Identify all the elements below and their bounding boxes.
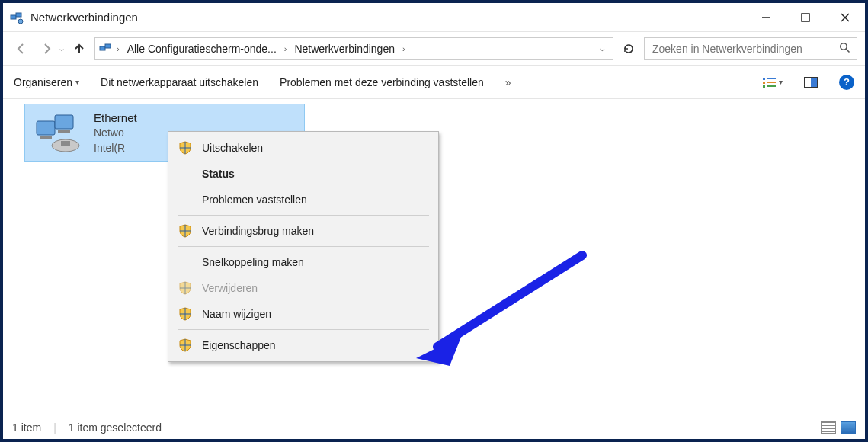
svg-rect-4 bbox=[802, 14, 809, 21]
organize-button[interactable]: Organiseren ▾ bbox=[14, 76, 79, 88]
shield-icon bbox=[178, 280, 193, 296]
ctx-properties-label: Eigenschappen bbox=[202, 339, 276, 351]
location-icon bbox=[98, 41, 114, 56]
svg-rect-11 bbox=[763, 78, 765, 80]
svg-rect-0 bbox=[11, 15, 16, 19]
disable-device-button[interactable]: Dit netwerkapparaat uitschakelen bbox=[101, 76, 258, 88]
status-separator: | bbox=[53, 421, 56, 434]
shield-icon bbox=[178, 338, 193, 353]
shield-icon bbox=[178, 223, 193, 239]
address-bar[interactable]: › Alle Configuratiescherm-onde... › Netw… bbox=[94, 37, 613, 60]
ctx-rename-label: Naam wijzigen bbox=[202, 308, 271, 320]
ctx-shortcut-label: Snelkoppeling maken bbox=[202, 256, 304, 268]
breadcrumb-separator[interactable]: › bbox=[402, 44, 405, 53]
up-button[interactable] bbox=[69, 38, 90, 59]
svg-rect-16 bbox=[767, 85, 776, 87]
window-title: Netwerkverbindingen bbox=[30, 11, 138, 24]
maximize-button[interactable] bbox=[786, 3, 825, 31]
toolbar-overflow[interactable]: » bbox=[505, 76, 511, 88]
connection-name: Ethernet bbox=[94, 110, 137, 126]
diagnose-label: Problemen met deze verbinding vaststelle… bbox=[280, 76, 484, 88]
ctx-bridge-label: Verbindingsbrug maken bbox=[202, 225, 314, 237]
svg-point-9 bbox=[841, 43, 847, 49]
recent-locations-button[interactable]: ⌵ bbox=[59, 44, 64, 53]
minimize-button[interactable] bbox=[746, 3, 786, 31]
breadcrumb-level1[interactable]: Alle Configuratiescherm-onde... bbox=[123, 43, 281, 55]
shield-icon bbox=[178, 306, 193, 322]
ctx-status[interactable]: Status bbox=[168, 161, 438, 187]
ctx-properties[interactable]: Eigenschappen bbox=[168, 332, 438, 358]
ctx-delete-label: Verwijderen bbox=[202, 282, 258, 294]
refresh-button[interactable] bbox=[618, 37, 639, 60]
svg-rect-12 bbox=[767, 78, 776, 79]
svg-point-2 bbox=[18, 19, 23, 24]
network-adapter-icon bbox=[31, 110, 86, 155]
ctx-delete: Verwijderen bbox=[168, 275, 438, 301]
svg-rect-17 bbox=[37, 121, 55, 135]
ctx-diagnose[interactable]: Problemen vaststellen bbox=[168, 187, 438, 213]
ctx-rename[interactable]: Naam wijzigen bbox=[168, 301, 438, 327]
svg-rect-13 bbox=[763, 82, 765, 84]
address-dropdown[interactable]: ⌵ bbox=[594, 43, 610, 53]
details-view-button[interactable] bbox=[821, 421, 836, 434]
ctx-separator bbox=[178, 246, 429, 247]
close-button[interactable] bbox=[825, 3, 865, 31]
back-button[interactable] bbox=[11, 38, 32, 59]
disable-device-label: Dit netwerkapparaat uitschakelen bbox=[101, 76, 258, 88]
ctx-separator bbox=[178, 329, 429, 330]
shield-icon bbox=[178, 140, 193, 155]
svg-rect-8 bbox=[105, 44, 111, 48]
svg-rect-22 bbox=[61, 141, 70, 146]
content-area[interactable]: Ethernet Netwo Intel(R Uitschakelen Stat… bbox=[3, 99, 865, 415]
status-bar: 1 item | 1 item geselecteerd bbox=[3, 415, 865, 439]
status-item-count: 1 item bbox=[12, 421, 41, 434]
organize-label: Organiseren bbox=[14, 76, 72, 88]
svg-rect-18 bbox=[55, 115, 73, 129]
ctx-diagnose-label: Problemen vaststellen bbox=[202, 194, 307, 206]
navigation-bar: ⌵ › Alle Configuratiescherm-onde... › Ne… bbox=[3, 32, 865, 66]
breadcrumb-separator[interactable]: › bbox=[117, 44, 120, 53]
ctx-disable[interactable]: Uitschakelen bbox=[168, 135, 438, 161]
svg-rect-1 bbox=[16, 13, 21, 17]
ctx-bridge[interactable]: Verbindingsbrug maken bbox=[168, 218, 438, 244]
thumbnails-view-button[interactable] bbox=[841, 421, 856, 434]
diagnose-button[interactable]: Problemen met deze verbinding vaststelle… bbox=[280, 76, 484, 88]
breadcrumb-level2[interactable]: Netwerkverbindingen bbox=[290, 43, 399, 55]
forward-button[interactable] bbox=[37, 38, 58, 59]
search-input[interactable] bbox=[651, 42, 839, 56]
breadcrumb-separator[interactable]: › bbox=[284, 44, 287, 53]
explorer-window: Netwerkverbindingen ⌵ bbox=[3, 3, 865, 439]
svg-rect-19 bbox=[40, 136, 52, 139]
ctx-status-label: Status bbox=[202, 168, 235, 180]
view-options-button[interactable]: ▾ bbox=[763, 77, 783, 88]
svg-line-23 bbox=[437, 255, 582, 347]
status-selected-count: 1 item geselecteerd bbox=[69, 421, 162, 434]
window-icon bbox=[9, 10, 24, 25]
connection-status: Netwo bbox=[94, 126, 137, 141]
connection-device: Intel(R bbox=[94, 141, 137, 156]
svg-rect-7 bbox=[100, 46, 105, 50]
titlebar: Netwerkverbindingen bbox=[3, 3, 865, 32]
svg-line-10 bbox=[846, 49, 849, 52]
connection-details: Ethernet Netwo Intel(R bbox=[94, 110, 137, 155]
search-box[interactable] bbox=[644, 37, 857, 60]
chevron-down-icon: ▾ bbox=[75, 78, 79, 86]
preview-pane-button[interactable] bbox=[804, 77, 818, 88]
ctx-separator bbox=[178, 215, 429, 216]
ctx-shortcut[interactable]: Snelkoppeling maken bbox=[168, 249, 438, 275]
context-menu: Uitschakelen Status Problemen vaststelle… bbox=[168, 131, 439, 362]
ctx-disable-label: Uitschakelen bbox=[202, 142, 263, 154]
svg-rect-15 bbox=[763, 85, 765, 88]
view-mode-toggle bbox=[821, 421, 856, 434]
window-controls bbox=[746, 3, 865, 31]
command-bar: Organiseren ▾ Dit netwerkapparaat uitsch… bbox=[3, 66, 865, 99]
help-button[interactable]: ? bbox=[839, 75, 854, 90]
svg-rect-14 bbox=[767, 82, 776, 83]
search-icon[interactable] bbox=[839, 42, 850, 56]
chevron-down-icon: ▾ bbox=[779, 78, 783, 86]
svg-rect-20 bbox=[58, 130, 70, 133]
